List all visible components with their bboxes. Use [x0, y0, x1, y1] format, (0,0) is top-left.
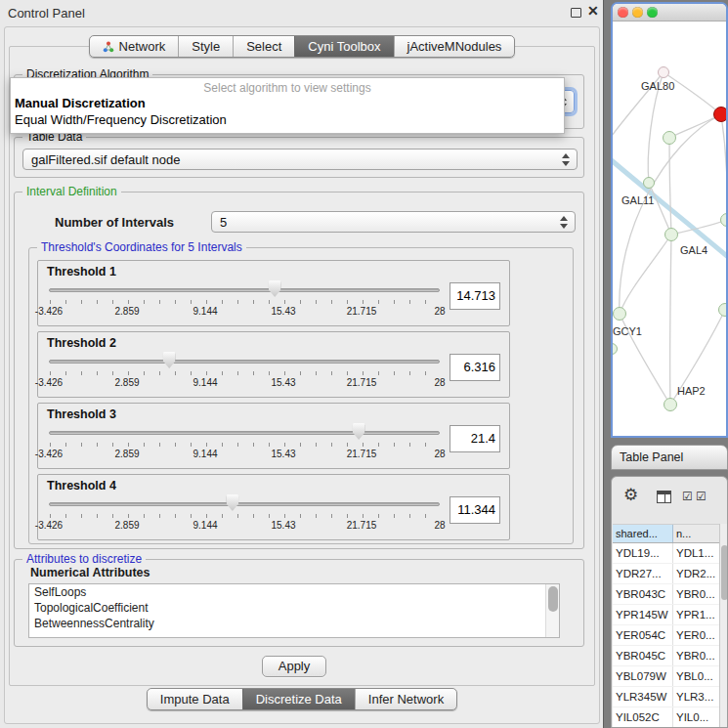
slider-track[interactable] — [49, 431, 440, 435]
threshold-value-field[interactable]: 14.713 — [450, 282, 500, 310]
threshold-value-field[interactable]: 6.316 — [450, 354, 500, 381]
threshold-slider[interactable]: -3.4262.8599.14415.4321.71528 — [47, 351, 442, 392]
slider-thumb[interactable] — [269, 280, 281, 297]
numerical-attributes-list[interactable]: SelfLoopsTopologicalCoefficientBetweenne… — [28, 583, 560, 638]
slider-thumb[interactable] — [353, 423, 365, 440]
list-item[interactable]: BetweennessCentrality — [29, 616, 559, 631]
tab-label: Discretize Data — [256, 692, 342, 707]
attributes-group-title: Attributes to discretize — [22, 552, 146, 566]
slider-thumb[interactable] — [226, 494, 238, 511]
table-row[interactable]: YPR145WYPR1... — [613, 605, 719, 625]
threshold-slider[interactable]: -3.4262.8599.14415.4321.71528 — [47, 422, 442, 463]
table-scrollbar[interactable] — [719, 524, 728, 727]
column-header-name[interactable]: n... — [673, 525, 719, 542]
list-item[interactable]: SelfLoops — [29, 584, 559, 600]
network-node[interactable] — [713, 107, 726, 122]
columns-icon[interactable] — [657, 491, 671, 503]
table-row[interactable]: YBR045CYBR0... — [613, 646, 719, 666]
threshold-value-field[interactable]: 21.4 — [450, 425, 500, 452]
network-window-titlebar[interactable] — [613, 4, 726, 21]
table-header-row: shared... n... — [613, 524, 719, 543]
gear-icon[interactable]: ⚙ — [623, 485, 638, 505]
select-all-checkbox-icon[interactable]: ☑ — [682, 490, 693, 503]
interval-group-title: Interval Definition — [22, 185, 121, 198]
slider-thumb[interactable] — [163, 352, 176, 368]
combo-stepper-icon — [559, 153, 573, 166]
tab-infer-network[interactable]: Infer Network — [355, 689, 456, 709]
network-icon — [103, 41, 114, 53]
network-node[interactable] — [718, 303, 726, 317]
threshold-label: Threshold 4 — [47, 479, 500, 492]
threshold-slider[interactable]: -3.4262.8599.14415.4321.71528 — [47, 493, 442, 535]
tab-label: Select — [246, 39, 281, 54]
minimize-light-icon[interactable] — [632, 7, 643, 18]
threshold-value-field[interactable]: 11.344 — [450, 496, 500, 524]
number-of-intervals-combobox[interactable]: 5 — [211, 211, 576, 233]
thresholds-group-title: Threshold's Coordinates for 5 Intervals — [37, 240, 246, 254]
threshold-label: Threshold 3 — [47, 407, 500, 421]
tab-discretize-data[interactable]: Discretize Data — [242, 689, 355, 709]
slider-scale-labels: -3.4262.8599.14415.4321.71528 — [49, 306, 440, 318]
window-title: Control Panel — [8, 6, 85, 21]
slider-track[interactable] — [49, 360, 440, 364]
threshold-panel-4: Threshold 4 -3.4262.8599.14415.4321.7152… — [37, 474, 510, 540]
table-row[interactable]: YER054CYER0... — [613, 625, 719, 646]
table-row[interactable]: YBL079WYBL0... — [613, 666, 719, 687]
table-data-group: Table Data galFiltered.sif default node — [14, 137, 584, 178]
table-browser-window: ⚙ ☑ ☑ shared... n... YDL19...YDL1...YDR2… — [611, 476, 728, 728]
network-node[interactable] — [658, 66, 669, 78]
column-header-shared-name[interactable]: shared... — [613, 525, 673, 542]
tab-select[interactable]: Select — [233, 36, 294, 57]
network-node[interactable] — [613, 307, 626, 321]
tab-impute-data[interactable]: Impute Data — [148, 689, 242, 709]
network-node[interactable] — [663, 131, 676, 145]
table-row[interactable]: YIL052CYIL0... — [613, 707, 719, 727]
attributes-group: Attributes to discretize Numerical Attri… — [14, 559, 584, 647]
network-node[interactable] — [643, 177, 655, 189]
tab-cyni-toolbox[interactable]: Cyni Toolbox — [294, 36, 393, 57]
network-node-label: GCY1 — [613, 325, 642, 337]
table-row[interactable]: YDR27...YDR2... — [613, 564, 719, 584]
table-panel-titlebar[interactable]: Table Panel — [611, 445, 728, 470]
slider-track[interactable] — [49, 288, 440, 292]
tab-style[interactable]: Style — [178, 36, 233, 57]
slider-track[interactable] — [49, 502, 440, 506]
interval-definition-group: Interval Definition Number of Intervals … — [14, 192, 584, 549]
traffic-lights — [618, 7, 658, 18]
tab-network[interactable]: Network — [90, 36, 179, 57]
table-row[interactable]: YBR043CYBR0... — [613, 584, 719, 605]
zoom-light-icon[interactable] — [647, 7, 658, 18]
close-window-icon[interactable]: ✕ — [587, 3, 599, 19]
table-row[interactable]: YDL19...YDL1... — [613, 543, 719, 564]
slider-scale-labels: -3.4262.8599.14415.4321.71528 — [49, 520, 440, 532]
combo-stepper-icon — [557, 216, 571, 229]
list-item[interactable]: TopologicalCoefficient — [29, 600, 559, 616]
network-node[interactable] — [664, 228, 678, 241]
threshold-slider[interactable]: -3.4262.8599.14415.4321.71528 — [47, 279, 442, 321]
tab-label: Impute Data — [160, 692, 230, 707]
table-row[interactable]: YLR345WYLR3... — [613, 687, 719, 707]
network-canvas[interactable]: GAL80GAL11GAL4GCY1HAP2 — [613, 21, 726, 435]
top-tab-bar: Network Style Select Cyni Toolbox jActiv… — [0, 35, 604, 58]
control-panel-window: Control Panel ✕ Discretization Algorithm… — [0, 0, 604, 728]
network-node[interactable] — [664, 398, 677, 411]
network-node-label: GAL11 — [621, 194, 654, 206]
slider-ticks — [50, 514, 441, 518]
attributes-scrollbar[interactable] — [545, 584, 559, 637]
network-node-label: GAL4 — [680, 244, 707, 256]
close-light-icon[interactable] — [618, 7, 628, 18]
number-of-intervals-value: 5 — [220, 215, 557, 230]
dropdown-option-equal-width-frequency[interactable]: Equal Width/Frequency Discretization — [11, 111, 564, 128]
slider-ticks — [50, 371, 441, 375]
apply-button[interactable]: Apply — [262, 656, 326, 677]
float-window-icon[interactable] — [571, 8, 581, 18]
network-window: GAL80GAL11GAL4GCY1HAP2 — [611, 2, 728, 438]
threshold-panel-1: Threshold 1 -3.4262.8599.14415.4321.7152… — [37, 260, 510, 326]
dropdown-option-manual-discretization[interactable]: Manual Discretization — [11, 95, 564, 111]
tab-jactivemnodules[interactable]: jActiveMNodules — [394, 36, 515, 57]
slider-ticks — [50, 443, 441, 447]
scrollbar-thumb[interactable] — [548, 586, 558, 612]
scrollbar-thumb[interactable] — [721, 545, 728, 600]
select-none-checkbox-icon[interactable]: ☑ — [696, 490, 707, 503]
table-data-combobox[interactable]: galFiltered.sif default node — [22, 149, 578, 170]
